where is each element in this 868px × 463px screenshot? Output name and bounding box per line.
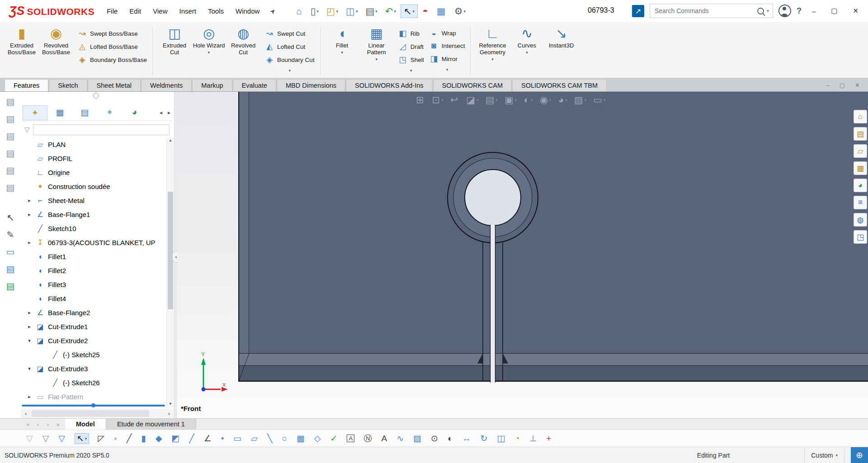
zoom-icon[interactable]: ⊙	[431, 434, 439, 443]
parallelogram-icon[interactable]: ▱	[251, 434, 259, 443]
apply-scene-icon[interactable]: ▨ ▾	[574, 94, 586, 105]
clipboard-icon[interactable]: ▤	[6, 114, 15, 123]
column-dropdown-caret-icon[interactable]: ▾	[429, 67, 465, 72]
minimize-button[interactable]: –	[807, 5, 821, 17]
boundary-boss-base-button[interactable]: ◈ Boundary Boss/Base	[78, 55, 147, 65]
revolved-boss-base-button[interactable]: ◉ Revolved Boss/Base	[39, 24, 73, 61]
previous-view-icon[interactable]: ↩	[450, 94, 460, 105]
expand-arrow-icon[interactable]: ▾	[26, 338, 33, 344]
wrap-button[interactable]: ◒ Wrap	[429, 28, 465, 38]
graphics-viewport[interactable]: ⊞ ⊡ ▾ ↩ ◪ ▾ ▤ ▾ ▣	[177, 92, 868, 418]
scrollbar-thumb[interactable]	[168, 192, 173, 309]
swept-cut-button[interactable]: ↝ Swept Cut	[265, 28, 315, 38]
clipboard-icon[interactable]: ▤	[6, 132, 15, 141]
tab-sheet-metal[interactable]: Sheet Metal	[88, 79, 141, 91]
feature-fillet1[interactable]: ◖ Fillet1	[21, 250, 166, 264]
part-model[interactable]	[238, 92, 868, 383]
feature-fillet4[interactable]: ◖ Fillet4	[21, 292, 166, 306]
3d-drawing-view-icon[interactable]: ▤ ▾	[486, 94, 498, 105]
centerline-icon[interactable]: ╱	[189, 434, 195, 443]
menu-file[interactable]: File	[101, 4, 123, 18]
clipboard-icon[interactable]: ▤	[6, 166, 15, 175]
swept-boss-base-button[interactable]: ↝ Swept Boss/Base	[78, 28, 147, 38]
select-tool[interactable]: ↖ ▾	[75, 433, 89, 444]
rotate-entities-icon[interactable]: ↻	[480, 434, 488, 443]
spline-icon[interactable]: ∿	[396, 434, 405, 443]
sketch-text-icon[interactable]: A	[381, 434, 388, 443]
tab-features[interactable]: Features	[5, 79, 48, 91]
feature-fillet2[interactable]: ◖ Fillet2	[21, 264, 166, 278]
feature-sketch26[interactable]: ╱ (-) Sketch26	[21, 376, 166, 390]
print-icon[interactable]: ▤ ▾	[362, 5, 380, 18]
extruded-boss-base-button[interactable]: ▮ Extruded Boss/Base	[5, 24, 39, 61]
feature-sketch10[interactable]: ╱ Sketch10	[21, 222, 166, 236]
reference-geometry-button[interactable]: ∟ Reference Geometry ▾	[475, 24, 509, 61]
account-icon[interactable]	[778, 5, 791, 17]
column-dropdown-caret-icon[interactable]: ▾	[265, 68, 315, 73]
tab-scroll-right-icon[interactable]: ▸	[168, 109, 170, 116]
extruded-cut-button[interactable]: ◫ Extruded Cut	[157, 24, 192, 61]
part-left-flange[interactable]	[238, 92, 249, 353]
hole-wizard-button[interactable]: ◎ Hole Wizard ▾	[192, 24, 226, 61]
menu-window[interactable]: Window	[230, 4, 265, 18]
feature-flat-pattern[interactable]: ▸ ▭ Flat-Pattern	[21, 390, 166, 404]
filter-faces-icon[interactable]: ▽	[58, 434, 66, 443]
scrollbar-thumb[interactable]	[32, 410, 149, 417]
view-settings-icon[interactable]: ▭ ▾	[593, 94, 605, 105]
configurationmanager-tab[interactable]: ▤	[72, 105, 97, 120]
scroll-right-icon[interactable]: ›	[164, 410, 174, 417]
feature-plan[interactable]: ▱ PLAN	[21, 137, 166, 151]
tab-evaluate[interactable]: Evaluate	[233, 79, 276, 91]
feature-construction-soudee[interactable]: ✦ Construction soudée	[21, 180, 166, 194]
fillet-button[interactable]: ◖ Fillet ▾	[325, 24, 359, 61]
close-button[interactable]: ✕	[848, 5, 863, 17]
rebuild-traffic-light-icon[interactable]: ◓	[419, 5, 432, 18]
smart-dimension-icon[interactable]: ∠	[204, 434, 212, 443]
next-tab-button[interactable]: ›	[44, 421, 52, 428]
feature-cut-extrude1[interactable]: ▸ ◪ Cut-Extrude1	[21, 320, 166, 334]
pencil-icon[interactable]: ✎	[7, 230, 14, 239]
new-document-icon[interactable]: ▯ ▾	[307, 5, 322, 18]
undo-icon[interactable]: ↶ ▾	[382, 5, 399, 18]
dimxpertmanager-tab[interactable]: ⌖	[97, 105, 122, 120]
custom-properties-icon[interactable]: ≡	[854, 196, 867, 209]
clipboard-blue-icon[interactable]: ▤	[6, 265, 15, 274]
model-tab[interactable]: Model	[65, 419, 106, 430]
center-rectangle-icon[interactable]: ◆	[156, 434, 163, 443]
solidworks-resources-icon[interactable]: ⌂	[854, 110, 867, 123]
tab-solidworks-add-ins[interactable]: SOLIDWORKS Add-Ins	[346, 79, 433, 91]
selection-filter-icon[interactable]: ▽	[26, 434, 34, 443]
expand-arrow-icon[interactable]: ▸	[26, 394, 33, 400]
expand-arrow-icon[interactable]: ▾	[26, 366, 33, 372]
corner-rectangle-icon[interactable]: ▮	[141, 434, 146, 443]
section-view-icon[interactable]: ◪ ▾	[466, 94, 478, 105]
open-icon[interactable]: ◰ ▾	[323, 5, 341, 18]
sketch-box-icon[interactable]: ◩	[171, 434, 180, 443]
column-dropdown-caret-icon[interactable]: ▾	[398, 68, 424, 73]
feature-fillet3[interactable]: ◖ Fillet3	[21, 278, 166, 292]
menu-insert[interactable]: Insert	[173, 4, 202, 18]
select-arrow-icon[interactable]: ↖ ▾	[401, 5, 418, 18]
feature-origine[interactable]: ∟ Origine	[21, 165, 166, 180]
lofted-boss-base-button[interactable]: ◬ Lofted Boss/Base	[78, 42, 147, 52]
tab-weldments[interactable]: Weldments	[141, 79, 192, 91]
scroll-up-icon[interactable]: ▴	[167, 137, 174, 144]
linear-sketch-pattern-icon[interactable]: ▦	[297, 434, 306, 443]
doc-restore-button[interactable]: ▢	[840, 82, 845, 89]
search-caret-icon[interactable]: ▾	[767, 9, 769, 13]
circle-icon[interactable]: ○	[282, 434, 288, 443]
balloon-icon[interactable]: N	[364, 435, 373, 442]
options-gear-icon[interactable]: ⚙ ▾	[451, 5, 469, 18]
tab-sketch[interactable]: Sketch	[49, 79, 87, 91]
curves-button[interactable]: ∿ Curves ▾	[509, 24, 544, 61]
panel-collapse-handle[interactable]	[93, 93, 99, 99]
feature-sketch25[interactable]: ╱ (-) Sketch25	[21, 348, 166, 362]
check-sketch-icon[interactable]: ✓	[330, 434, 338, 443]
perpendicular-icon[interactable]: ⊥	[529, 434, 538, 443]
shell-button[interactable]: ◳ Shell	[398, 55, 424, 65]
expand-arrow-icon[interactable]: ▸	[26, 212, 33, 217]
polygon-icon[interactable]: ◇	[314, 434, 322, 443]
appearances-scenes-icon[interactable]: ◕	[854, 179, 867, 192]
rectangle-icon[interactable]: ▭	[233, 434, 242, 443]
menu-edit[interactable]: Edit	[123, 4, 147, 18]
